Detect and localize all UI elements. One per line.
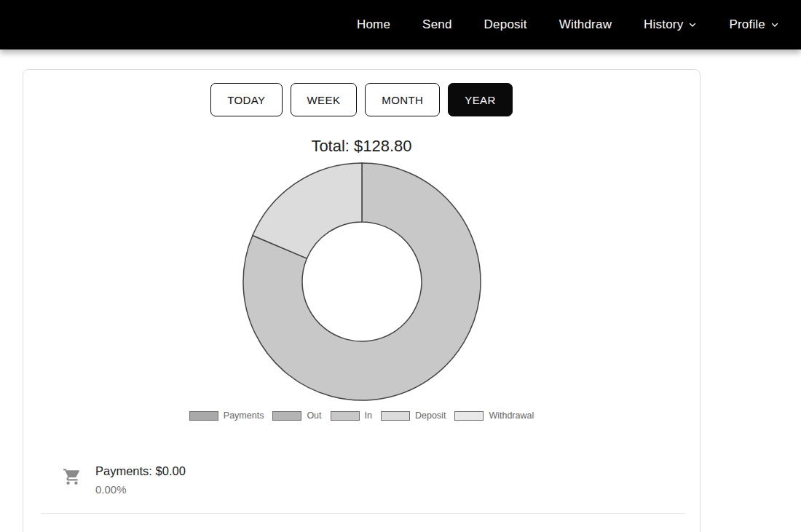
summary-percent: 0.00% — [95, 483, 186, 496]
legend-label: Withdrawal — [489, 410, 534, 421]
chart-legend: Payments Out In Deposit Withdrawal — [41, 410, 682, 421]
nav-item-withdraw[interactable]: Withdraw — [559, 17, 612, 32]
legend-item-payments[interactable]: Payments — [189, 410, 264, 421]
year-button[interactable]: YEAR — [448, 83, 512, 116]
nav-item-home[interactable]: Home — [357, 17, 390, 32]
legend-swatch-out — [272, 411, 301, 421]
nav-item-deposit[interactable]: Deposit — [484, 17, 527, 32]
nav-item-send[interactable]: Send — [422, 17, 452, 32]
summary-row-payments: Payments: $0.00 0.00% — [41, 464, 682, 496]
legend-item-deposit[interactable]: Deposit — [381, 410, 446, 421]
period-filter: TODAY WEEK MONTH YEAR — [41, 83, 682, 116]
divider — [41, 513, 684, 514]
donut-chart[interactable] — [241, 161, 483, 402]
month-button[interactable]: MONTH — [365, 83, 440, 116]
nav-item-history[interactable]: History — [644, 17, 697, 32]
week-button[interactable]: WEEK — [291, 83, 358, 116]
summary-label: Payments: $0.00 — [95, 464, 186, 478]
legend-swatch-payments — [189, 411, 218, 421]
today-button[interactable]: TODAY — [210, 83, 282, 116]
legend-label: Payments — [224, 410, 264, 421]
legend-item-withdrawal[interactable]: Withdrawal — [454, 410, 534, 421]
shopping-cart-icon — [63, 467, 82, 486]
legend-swatch-in — [331, 411, 360, 421]
legend-label: In — [365, 410, 372, 421]
nav-item-history-label: History — [644, 17, 683, 32]
dashboard-card: TODAY WEEK MONTH YEAR Total: $128.80 Pay… — [23, 69, 701, 532]
chart-total-title: Total: $128.80 — [41, 137, 682, 156]
chevron-down-icon — [770, 20, 779, 29]
legend-label: Deposit — [415, 410, 446, 421]
nav-item-profile[interactable]: Profile — [729, 17, 779, 32]
legend-item-in[interactable]: In — [331, 410, 372, 421]
legend-item-out[interactable]: Out — [272, 410, 321, 421]
nav-item-profile-label: Profile — [729, 17, 765, 32]
summary-list: Payments: $0.00 0.00% Out: $0.00 — [41, 464, 682, 532]
legend-swatch-withdrawal — [454, 411, 484, 421]
top-nav: Home Send Deposit Withdraw History Profi… — [0, 0, 801, 49]
chevron-down-icon — [688, 20, 697, 29]
legend-label: Out — [307, 410, 321, 421]
donut-chart-container — [41, 161, 682, 402]
legend-swatch-deposit — [381, 411, 410, 421]
